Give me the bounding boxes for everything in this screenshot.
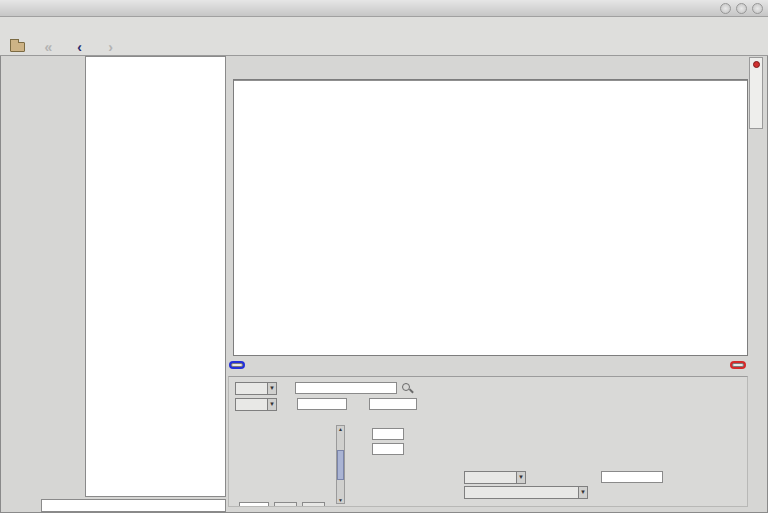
- brightness-partial-row: [239, 502, 325, 507]
- chevron-right-icon: ›: [108, 41, 113, 54]
- target-environment-panel: ▼ ▼ ▲ ▼ ▼ ▼: [226, 56, 750, 513]
- brightness-scrollbar[interactable]: ▲ ▼: [336, 425, 345, 504]
- pm-dec-input[interactable]: [372, 443, 404, 455]
- dec-input[interactable]: [369, 398, 417, 410]
- open-button[interactable]: [2, 29, 33, 55]
- target-table-header: [234, 80, 747, 81]
- telescope-mode-select[interactable]: ▼: [464, 486, 588, 499]
- chevron-down-icon: ▼: [267, 383, 276, 394]
- coord-system-select[interactable]: ▼: [235, 398, 277, 411]
- menubar: [0, 17, 768, 28]
- manual-gs-button[interactable]: [732, 363, 744, 367]
- titlebar: [0, 0, 768, 17]
- error-icon: [753, 61, 760, 68]
- target-type-select[interactable]: ▼: [235, 382, 277, 395]
- pm-ra-input[interactable]: [372, 428, 404, 440]
- double-chevron-left-icon: «: [45, 41, 53, 54]
- search-icon[interactable]: [402, 383, 410, 391]
- scrollbar-thumb[interactable]: [337, 450, 344, 480]
- ra-input[interactable]: [297, 398, 347, 410]
- tree-filter-bar: [38, 498, 226, 512]
- maximize-button[interactable]: [736, 3, 747, 14]
- close-button[interactable]: [752, 3, 763, 14]
- target-name-input[interactable]: [295, 382, 397, 394]
- angle-input[interactable]: [601, 471, 663, 483]
- target-form: ▼ ▼ ▲ ▼ ▼ ▼: [228, 376, 748, 507]
- chevron-left-icon: ‹: [77, 41, 82, 54]
- problems-tab[interactable]: [749, 57, 763, 129]
- show-filter-input[interactable]: [41, 499, 226, 512]
- scroll-down-icon[interactable]: ▼: [338, 497, 343, 503]
- new-target-button[interactable]: [231, 363, 243, 367]
- window-controls: [720, 3, 763, 14]
- minimize-button[interactable]: [720, 3, 731, 14]
- target-table: [233, 79, 748, 356]
- toolbar: « ‹ ›: [0, 28, 768, 56]
- rotator-mode-select[interactable]: ▼: [464, 471, 526, 484]
- chevron-down-icon: ▼: [516, 472, 525, 483]
- creation-sidebar: [0, 56, 85, 513]
- chevron-down-icon: ▼: [267, 399, 276, 410]
- forward-button[interactable]: ›: [95, 29, 126, 55]
- chevron-down-icon: ▼: [578, 487, 587, 498]
- prev-button[interactable]: «: [33, 29, 64, 55]
- back-button[interactable]: ‹: [64, 29, 95, 55]
- scroll-up-icon[interactable]: ▲: [338, 426, 343, 432]
- target-toolbar: [228, 356, 748, 374]
- open-folder-icon: [10, 42, 25, 52]
- program-tree: [85, 56, 226, 497]
